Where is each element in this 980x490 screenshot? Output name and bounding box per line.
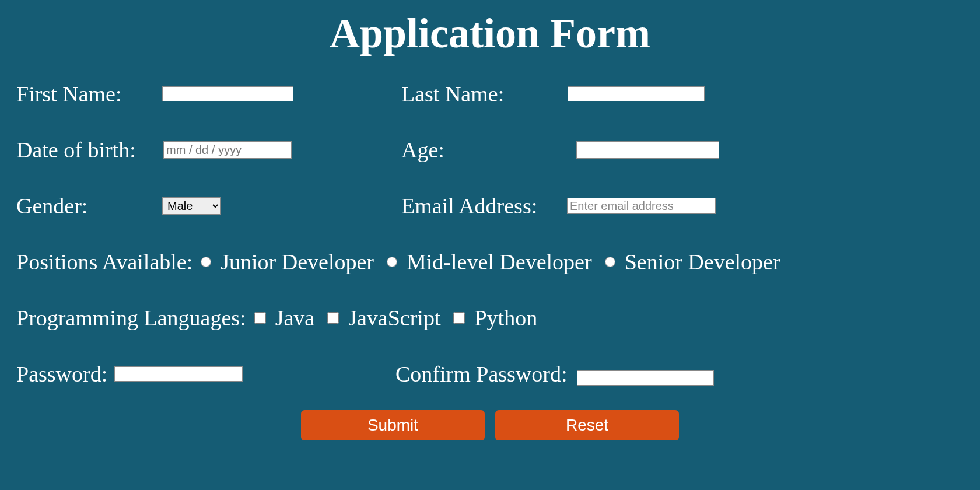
email-label: Email Address:: [401, 193, 565, 219]
row-positions: Positions Available: Junior Developer Mi…: [16, 249, 964, 275]
row-gender-email: Gender: Male Email Address:: [16, 193, 964, 219]
submit-button[interactable]: Submit: [301, 410, 485, 440]
position-radio-mid[interactable]: [387, 257, 397, 267]
first-name-label: First Name:: [16, 81, 162, 107]
dob-input[interactable]: [163, 141, 292, 159]
age-label: Age:: [401, 137, 576, 163]
languages-label: Programming Languages:: [16, 305, 246, 331]
first-name-input[interactable]: [162, 86, 293, 102]
position-label-junior: Junior Developer: [220, 249, 374, 275]
reset-button[interactable]: Reset: [495, 410, 679, 440]
confirm-password-label: Confirm Password:: [396, 362, 568, 386]
row-languages: Programming Languages: Java JavaScript P…: [16, 305, 964, 331]
last-name-input[interactable]: [568, 86, 705, 102]
gender-label: Gender:: [16, 193, 162, 219]
row-name: First Name: Last Name:: [16, 81, 964, 107]
language-label-python: Python: [474, 305, 537, 331]
button-row: Submit Reset: [16, 410, 964, 440]
password-label: Password:: [16, 361, 107, 387]
age-input[interactable]: [576, 141, 719, 159]
confirm-password-input[interactable]: [577, 370, 714, 386]
password-input[interactable]: [114, 366, 243, 382]
page-title: Application Form: [16, 0, 964, 81]
language-checkbox-javascript[interactable]: [327, 312, 339, 324]
position-radio-junior[interactable]: [201, 257, 211, 267]
dob-label: Date of birth:: [16, 137, 163, 163]
language-label-javascript: JavaScript: [348, 305, 440, 331]
email-input[interactable]: [567, 198, 716, 214]
row-password: Password: Confirm Password:: [16, 361, 964, 387]
position-label-mid: Mid-level Developer: [407, 249, 592, 275]
position-radio-senior[interactable]: [605, 257, 615, 267]
language-checkbox-java[interactable]: [254, 312, 266, 324]
language-checkbox-python[interactable]: [453, 312, 465, 324]
position-label-senior: Senior Developer: [625, 249, 780, 275]
positions-label: Positions Available:: [16, 249, 192, 275]
gender-select[interactable]: Male: [162, 197, 220, 215]
language-label-java: Java: [275, 305, 315, 331]
last-name-label: Last Name:: [401, 81, 568, 107]
row-dob-age: Date of birth: Age:: [16, 137, 964, 163]
